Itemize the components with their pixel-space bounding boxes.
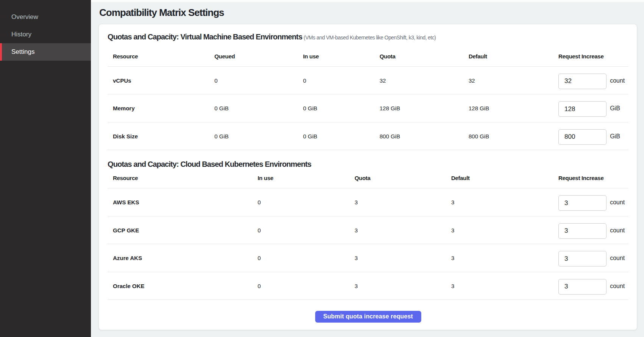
cell-memory-quota: 128 GiB	[374, 94, 463, 122]
cell-azure-aks-in-use: 0	[252, 244, 349, 272]
vcpus-request-input[interactable]	[558, 74, 606, 89]
cell-oracle-oke-request: count	[553, 272, 628, 300]
row-label-disk-size: Disk Size	[108, 122, 209, 150]
submit-quota-increase-button[interactable]: Submit quota increase request	[315, 311, 421, 323]
table-row-azure-aks: Azure AKS 0 3 3 count	[108, 244, 628, 272]
oracle-oke-request-unit: count	[610, 283, 625, 289]
column-header-default-2: Default	[446, 171, 553, 188]
memory-request-unit: GiB	[610, 105, 620, 111]
cell-vcpus-default: 32	[463, 66, 553, 94]
column-header-request-increase-2: Request Increase	[553, 171, 628, 188]
cell-vcpus-request: count	[553, 66, 628, 94]
aws-eks-request-unit: count	[610, 199, 625, 205]
row-label-oracle-oke: Oracle OKE	[108, 272, 252, 300]
cell-memory-default: 128 GiB	[463, 94, 553, 122]
main-content: Compatibility Matrix Settings Quotas and…	[91, 0, 644, 337]
cell-gcp-gke-default: 3	[446, 216, 553, 244]
column-header-in-use: In use	[298, 49, 374, 67]
gcp-gke-request-input[interactable]	[558, 223, 606, 239]
cell-oracle-oke-default: 3	[446, 272, 553, 300]
cell-disk-size-request: GiB	[553, 122, 628, 150]
azure-aks-request-input[interactable]	[558, 251, 606, 266]
cell-azure-aks-request: count	[553, 244, 628, 272]
cell-disk-size-queued: 0 GiB	[209, 122, 298, 150]
memory-request-input[interactable]	[558, 101, 606, 117]
cell-disk-size-in-use: 0 GiB	[298, 122, 374, 150]
oracle-oke-request-input[interactable]	[558, 279, 606, 295]
vcpus-request-unit: count	[610, 77, 625, 84]
section-title-vm: Quotas and Capacity: Virtual Machine Bas…	[108, 31, 628, 42]
section-title-cloud-text: Quotas and Capacity: Cloud Based Kuberne…	[108, 160, 311, 168]
table-row-gcp-gke: GCP GKE 0 3 3 count	[108, 216, 628, 244]
cell-gcp-gke-request: count	[553, 216, 628, 244]
table-row-aws-eks: AWS EKS 0 3 3 count	[108, 188, 628, 216]
azure-aks-request-unit: count	[610, 255, 625, 261]
sidebar-item-overview[interactable]: Overview	[0, 8, 91, 26]
cell-memory-request: GiB	[553, 94, 628, 122]
sidebar-item-settings[interactable]: Settings	[0, 43, 91, 61]
table-row-oracle-oke: Oracle OKE 0 3 3 count	[108, 272, 628, 300]
disk-size-request-unit: GiB	[610, 133, 620, 140]
row-label-memory: Memory	[108, 94, 209, 122]
cell-aws-eks-default: 3	[446, 188, 553, 216]
actions-bar: Submit quota increase request	[108, 311, 628, 323]
sidebar: Overview History Settings	[0, 0, 91, 337]
cell-vcpus-queued: 0	[209, 66, 298, 94]
cell-aws-eks-in-use: 0	[252, 188, 349, 216]
section-title-vm-text: Quotas and Capacity: Virtual Machine Bas…	[108, 33, 302, 41]
row-label-gcp-gke: GCP GKE	[108, 216, 252, 244]
column-header-quota: Quota	[374, 49, 463, 67]
cloud-quota-table: Resource In use Quota Default Request In…	[108, 171, 628, 300]
cell-disk-size-quota: 800 GiB	[374, 122, 463, 150]
cell-azure-aks-default: 3	[446, 244, 553, 272]
cell-memory-in-use: 0 GiB	[298, 94, 374, 122]
cell-gcp-gke-quota: 3	[349, 216, 446, 244]
column-header-resource: Resource	[108, 49, 209, 67]
sidebar-nav: Overview History Settings	[0, 8, 91, 61]
cell-oracle-oke-in-use: 0	[252, 272, 349, 300]
cell-gcp-gke-in-use: 0	[252, 216, 349, 244]
vm-quota-table-header-row: Resource Queued In use Quota Default Req…	[108, 49, 628, 67]
table-row-memory: Memory 0 GiB 0 GiB 128 GiB 128 GiB GiB	[108, 94, 628, 122]
disk-size-request-input[interactable]	[558, 129, 606, 145]
row-label-azure-aks: Azure AKS	[108, 244, 252, 272]
aws-eks-request-input[interactable]	[558, 195, 606, 211]
column-header-request-increase: Request Increase	[553, 49, 628, 67]
column-header-quota-2: Quota	[349, 171, 446, 188]
column-header-queued: Queued	[209, 49, 298, 67]
column-header-resource-2: Resource	[108, 171, 252, 188]
column-header-default: Default	[463, 49, 553, 67]
section-title-cloud: Quotas and Capacity: Cloud Based Kuberne…	[108, 159, 628, 169]
cloud-quota-table-header-row: Resource In use Quota Default Request In…	[108, 171, 628, 188]
cell-oracle-oke-quota: 3	[349, 272, 446, 300]
table-row-vcpus: vCPUs 0 0 32 32 count	[108, 66, 628, 94]
row-label-vcpus: vCPUs	[108, 66, 209, 94]
section-subtitle-vm: (VMs and VM-based Kubernetes like OpenSh…	[304, 34, 436, 41]
settings-card: Quotas and Capacity: Virtual Machine Bas…	[98, 24, 637, 330]
row-label-aws-eks: AWS EKS	[108, 188, 252, 216]
cell-aws-eks-request: count	[553, 188, 628, 216]
cell-vcpus-in-use: 0	[298, 66, 374, 94]
vm-quota-table: Resource Queued In use Quota Default Req…	[108, 49, 628, 150]
column-header-in-use-2: In use	[252, 171, 349, 188]
cell-memory-queued: 0 GiB	[209, 94, 298, 122]
page-title: Compatibility Matrix Settings	[99, 6, 637, 19]
gcp-gke-request-unit: count	[610, 227, 625, 234]
sidebar-item-history[interactable]: History	[0, 26, 91, 43]
cell-aws-eks-quota: 3	[349, 188, 446, 216]
cell-vcpus-quota: 32	[374, 66, 463, 94]
cell-disk-size-default: 800 GiB	[463, 122, 553, 150]
table-row-disk-size: Disk Size 0 GiB 0 GiB 800 GiB 800 GiB Gi…	[108, 122, 628, 150]
cell-azure-aks-quota: 3	[349, 244, 446, 272]
